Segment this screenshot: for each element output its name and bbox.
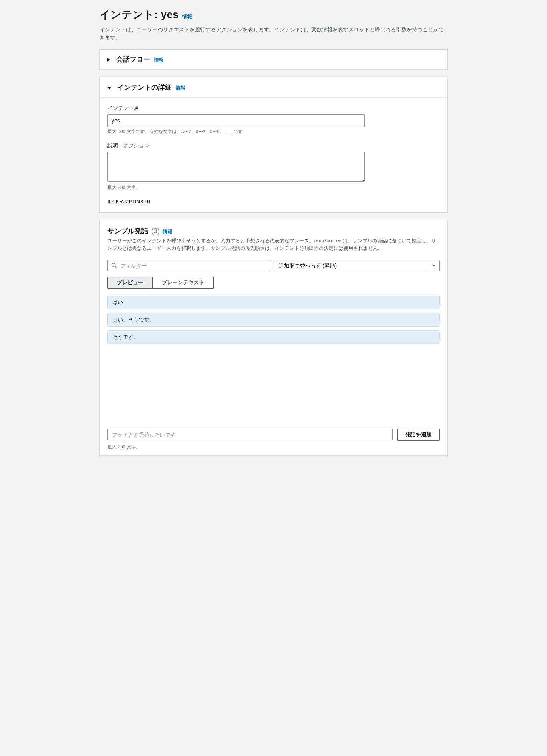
panel-intent-details: インテントの詳細 情報 インテント名 最大 100 文字です。有効な文字は、A〜…	[99, 77, 448, 212]
page-heading: インテント: yes 情報	[99, 8, 448, 22]
intent-id-display: ID: KRJZBDNX7H	[107, 198, 440, 204]
intent-name-label: インテント名	[107, 105, 440, 112]
chevron-down-icon	[107, 87, 111, 90]
view-toggle-row: プレビュー プレーンテキスト	[100, 271, 447, 289]
panel-header-conversation-flow[interactable]: 会話フロー 情報	[100, 50, 447, 69]
svg-point-0	[112, 263, 115, 266]
panel-conversation-flow: 会話フロー 情報	[99, 49, 448, 70]
page-title: インテント: yes	[99, 8, 179, 22]
add-utterance-row: 発話を追加	[100, 425, 447, 442]
sample-utterances-header: サンプル発話 (3) 情報 ユーザーがこのインテントを呼び出そうとするか、入力す…	[100, 220, 447, 255]
add-utterance-input[interactable]	[107, 429, 393, 440]
description-textarea[interactable]	[107, 152, 365, 182]
panel-title-conversation-flow: 会話フロー	[116, 55, 150, 64]
chevron-right-icon	[107, 58, 110, 62]
utterance-item[interactable]: そうです。	[107, 330, 440, 344]
search-icon	[111, 263, 117, 269]
info-link-page[interactable]: 情報	[182, 13, 192, 20]
sample-utterances-count: (3)	[151, 227, 160, 235]
sample-utterances-title: サンプル発話	[107, 226, 148, 235]
add-utterance-button[interactable]: 発話を追加	[397, 429, 440, 441]
sample-utterances-description: ユーザーがこのインテントを呼び出そうとするか、入力すると予想される代表的なフレー…	[107, 237, 440, 252]
page-description: インテントは、ユーザーのリクエストを履行するアクションを表します。インテントは、…	[99, 26, 448, 42]
toggle-plaintext-button[interactable]: プレーンテキスト	[153, 277, 214, 289]
info-link-conversation-flow[interactable]: 情報	[154, 57, 164, 64]
form-group-description: 説明 - オプション 最大 200 文字。	[107, 143, 440, 191]
description-label: 説明 - オプション	[107, 143, 440, 149]
form-group-intent-name: インテント名 最大 100 文字です。有効な文字は、A〜Z、a〜z、0〜9、-、…	[107, 105, 440, 135]
description-hint: 最大 200 文字。	[107, 184, 440, 191]
filter-input[interactable]	[107, 260, 270, 271]
panel-title-intent-details: インテントの詳細	[117, 83, 172, 92]
utterance-item[interactable]: はい	[107, 296, 440, 309]
info-link-intent-details[interactable]: 情報	[176, 85, 185, 91]
sort-select[interactable]: 追加順で並べ替え (昇順)	[275, 260, 440, 271]
utterance-list: はい はい。そうです。 そうです。	[100, 289, 447, 425]
info-link-sample-utterances[interactable]: 情報	[163, 228, 172, 235]
intent-name-input[interactable]	[107, 114, 365, 127]
filter-row: 追加順で並べ替え (昇順)	[100, 255, 447, 271]
toggle-preview-button[interactable]: プレビュー	[107, 277, 153, 289]
utterance-item[interactable]: はい。そうです。	[107, 313, 440, 327]
intent-name-hint: 最大 100 文字です。有効な文字は、A〜Z、a〜z、0〜9、-、_ です	[107, 129, 440, 135]
svg-line-1	[115, 266, 117, 268]
add-utterance-hint: 最大 250 文字。	[107, 444, 440, 450]
panel-sample-utterances: サンプル発話 (3) 情報 ユーザーがこのインテントを呼び出そうとするか、入力す…	[99, 220, 448, 456]
panel-header-intent-details[interactable]: インテントの詳細 情報	[100, 77, 447, 98]
